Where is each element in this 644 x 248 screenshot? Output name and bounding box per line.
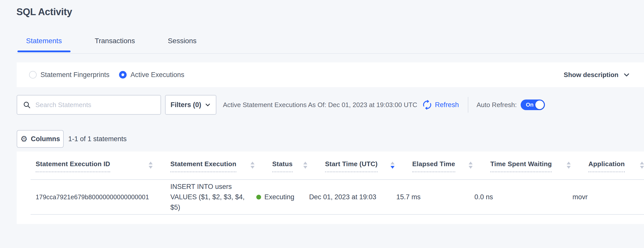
refresh-label: Refresh (435, 101, 459, 109)
vertical-divider (468, 97, 468, 113)
controls-row: Filters (0) Active Statement Executions … (17, 95, 644, 115)
toggle-knob (535, 101, 544, 109)
column-header-elapsed-time[interactable]: Elapsed Time (412, 160, 490, 172)
radio-label: Statement Fingerprints (40, 71, 109, 79)
as-of-text: Active Statement Executions As Of: Dec 0… (223, 101, 417, 109)
results-count: 1-1 of 1 statements (68, 135, 127, 143)
status-label: Executing (264, 193, 294, 201)
table-row[interactable]: 179cca7921e679b80000000000000001 INSERT … (31, 180, 644, 215)
gear-icon: ⚙ (20, 135, 28, 143)
columns-label: Columns (31, 135, 60, 143)
sort-icon[interactable] (567, 160, 571, 169)
radio-icon (119, 71, 127, 79)
radio-icon (29, 71, 37, 79)
column-header-start-time[interactable]: Start Time (UTC) (325, 160, 412, 172)
sort-icon[interactable] (149, 160, 153, 169)
auto-refresh-label: Auto Refresh: (476, 101, 517, 109)
cell-application: movr (572, 193, 644, 201)
search-box (17, 95, 161, 115)
refresh-button[interactable]: Refresh (422, 100, 459, 110)
show-description-label: Show description (564, 71, 618, 79)
cell-elapsed-time: 15.7 ms (396, 193, 474, 201)
cell-start-time: Dec 01, 2023 at 19:03 (309, 193, 396, 201)
cell-status: Executing (256, 193, 309, 201)
sort-icon[interactable] (390, 160, 395, 169)
column-header-application[interactable]: Application (588, 160, 644, 172)
view-mode-card: Statement Fingerprints Active Executions… (17, 62, 644, 87)
tab-transactions[interactable]: Transactions (86, 37, 144, 52)
toggle-state-label: On (526, 102, 534, 108)
cell-statement: INSERT INTO users VALUES ($1, $2, $3, $4… (170, 182, 256, 213)
sort-icon[interactable] (469, 160, 473, 169)
radio-active-executions[interactable]: Active Executions (119, 71, 184, 79)
tab-bar: Statements Transactions Sessions (0, 37, 644, 54)
statements-table: Statement Execution ID Statement Executi… (17, 152, 644, 224)
radio-statement-fingerprints[interactable]: Statement Fingerprints (29, 71, 109, 79)
sort-icon[interactable] (250, 160, 255, 169)
sort-icon[interactable] (303, 160, 307, 169)
status-dot-icon (256, 195, 261, 200)
column-header-time-spent-waiting[interactable]: Time Spent Waiting (490, 160, 588, 172)
filters-label: Filters (0) (171, 101, 201, 109)
page-title: SQL Activity (16, 7, 72, 17)
auto-refresh-toggle[interactable]: On (521, 100, 545, 110)
column-header-statement-execution-id[interactable]: Statement Execution ID (36, 160, 170, 172)
radio-label: Active Executions (130, 71, 184, 79)
tab-statements[interactable]: Statements (17, 37, 71, 52)
table-toolbar: ⚙ Columns 1-1 of 1 statements (17, 130, 127, 148)
show-description-toggle[interactable]: Show description (564, 71, 630, 79)
refresh-icon (422, 100, 432, 110)
chevron-down-icon (623, 71, 630, 78)
column-header-status[interactable]: Status (272, 160, 325, 172)
cell-time-spent-waiting: 0.0 ns (474, 193, 572, 201)
sort-icon[interactable] (640, 160, 644, 169)
table-header-row: Statement Execution ID Statement Executi… (31, 152, 644, 180)
columns-button[interactable]: ⚙ Columns (17, 130, 64, 148)
tab-sessions[interactable]: Sessions (159, 37, 205, 52)
chevron-down-icon (205, 102, 211, 108)
search-icon (23, 101, 31, 109)
search-input[interactable] (35, 101, 155, 109)
cell-execution-id: 179cca7921e679b80000000000000001 (36, 193, 170, 201)
filters-button[interactable]: Filters (0) (165, 95, 216, 115)
column-header-statement-execution[interactable]: Statement Execution (170, 160, 272, 172)
tab-bar-divider (16, 53, 644, 54)
